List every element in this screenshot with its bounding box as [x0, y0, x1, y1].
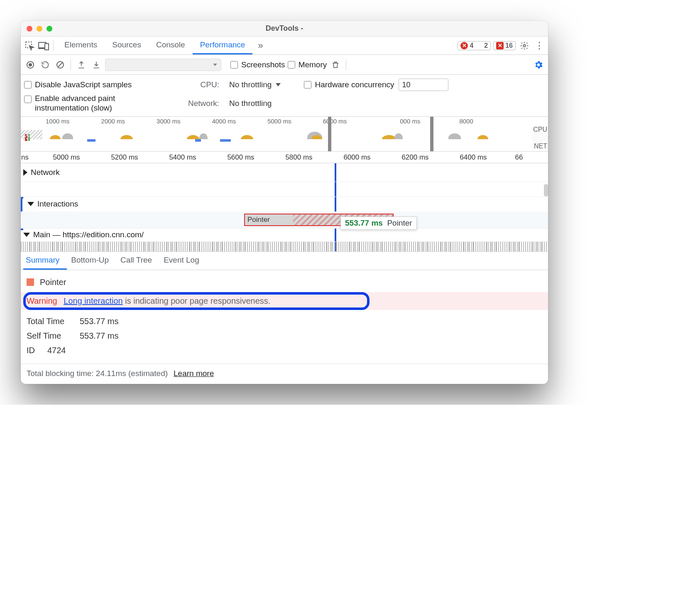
clear-icon[interactable]	[54, 57, 66, 72]
ruler-tick: 6000 ms	[343, 153, 370, 162]
tooltip-label: Pointer	[387, 219, 412, 227]
overview-hatch	[21, 130, 42, 139]
tab-elements[interactable]: Elements	[57, 37, 105, 54]
tab-sources[interactable]: Sources	[105, 37, 149, 54]
disclosure-down-icon[interactable]	[23, 233, 30, 237]
screenshots-label: Screenshots	[241, 60, 285, 69]
track-main[interactable]: Main — https://edition.cnn.com/	[21, 228, 548, 241]
learn-more-link[interactable]: Learn more	[174, 369, 214, 378]
overview-mini	[21, 125, 534, 142]
ruler-tick: 6400 ms	[460, 153, 487, 162]
tbt-text: Total blocking time: 24.11ms (estimated)	[27, 369, 168, 378]
reload-record-icon[interactable]	[39, 57, 51, 72]
track-main-label: Main — https://edition.cnn.com/	[33, 230, 144, 239]
disable-js-samples-checkbox[interactable]: Disable JavaScript samples	[24, 80, 132, 89]
timeline-overview[interactable]: 1000 ms 2000 ms 3000 ms 4000 ms 5000 ms …	[21, 117, 548, 152]
disclosure-down-icon[interactable]	[27, 202, 34, 206]
separator	[346, 59, 346, 70]
screenshots-checkbox[interactable]: Screenshots	[230, 60, 285, 69]
memory-label: Memory	[299, 60, 327, 69]
network-throttling-select[interactable]: No throttling	[227, 98, 274, 109]
overview-ticks: 1000 ms 2000 ms 3000 ms 4000 ms 5000 ms …	[21, 117, 548, 125]
ruler-tick: ns	[21, 153, 29, 162]
event-swatch-icon	[27, 278, 34, 286]
hardware-concurrency-checkbox[interactable]: Hardware concurrency	[304, 80, 394, 89]
more-options-icon[interactable]: ⋮	[533, 38, 546, 53]
tick: 6000 ms	[323, 118, 347, 125]
inspect-element-icon[interactable]	[23, 38, 36, 53]
chevron-down-icon	[276, 83, 281, 86]
network-label: Network:	[182, 99, 219, 108]
tab-console[interactable]: Console	[149, 37, 193, 54]
main-flamechart[interactable]	[21, 241, 548, 251]
track-network[interactable]: Network	[21, 163, 548, 182]
tab-bottom-up[interactable]: Bottom-Up	[67, 252, 116, 270]
memory-checkbox[interactable]: Memory	[288, 60, 327, 69]
overview-window-handle-left[interactable]	[328, 117, 331, 151]
recording-selector[interactable]	[105, 59, 221, 71]
download-icon[interactable]	[90, 57, 103, 72]
disclosure-right-icon[interactable]	[23, 169, 27, 176]
ruler-tick: 5800 ms	[285, 153, 312, 162]
console-status-badge-a[interactable]: ✕ 4 ▲ 2	[458, 41, 491, 50]
overview-net	[220, 139, 231, 142]
hc-checkbox-input[interactable]	[304, 81, 311, 89]
issues-count: 16	[505, 42, 513, 49]
summary-footer: Total blocking time: 24.11ms (estimated)…	[21, 364, 548, 384]
console-status-badge-b[interactable]: ✕ 16	[493, 41, 516, 50]
track-interactions[interactable]: Interactions	[21, 197, 548, 211]
overview-cpu-label: CPU	[533, 126, 547, 133]
tab-summary[interactable]: Summary	[23, 252, 67, 270]
svg-line-7	[58, 63, 62, 67]
settings-icon[interactable]	[518, 38, 531, 53]
ruler-tick: 5000 ms	[53, 153, 80, 162]
panel-tabs-row: Elements Sources Console Performance » ✕…	[21, 37, 548, 55]
id-value: 4724	[47, 346, 66, 355]
ruler-tick: 5600 ms	[227, 153, 254, 162]
trash-icon[interactable]	[329, 57, 342, 72]
summary-warning-label: Warning	[27, 296, 57, 305]
memory-checkbox-input[interactable]	[288, 61, 295, 69]
flame-bars	[21, 242, 548, 251]
tab-performance[interactable]: Performance	[193, 37, 253, 54]
error-count: 4	[470, 42, 473, 49]
cpu-throttling-select[interactable]: No throttling	[227, 79, 283, 90]
tick: 8000	[459, 118, 473, 125]
more-tabs-icon[interactable]: »	[254, 38, 267, 53]
upload-icon[interactable]	[75, 57, 88, 72]
summary-warning-row: Warning Long interaction is indicating p…	[21, 292, 548, 310]
device-toolbar-icon[interactable]	[37, 38, 50, 53]
summary-id: ID 4724	[27, 343, 542, 358]
cpu-label: CPU:	[182, 80, 219, 89]
record-icon[interactable]	[24, 57, 37, 72]
total-time-label: Total Time	[27, 317, 72, 326]
paint-checkbox-input[interactable]	[24, 96, 32, 103]
tab-call-tree[interactable]: Call Tree	[116, 252, 159, 270]
panel-tabs: Elements Sources Console Performance	[57, 37, 252, 54]
screenshots-checkbox-input[interactable]	[230, 61, 238, 69]
long-interaction-link[interactable]: Long interaction	[64, 296, 122, 305]
overview-window-handle-right[interactable]	[430, 117, 433, 151]
timeline-ruler[interactable]: ns 5000 ms 5200 ms 5400 ms 5600 ms 5800 …	[21, 152, 548, 163]
interaction-event-label: Pointer	[247, 216, 270, 224]
capture-settings-icon[interactable]	[532, 57, 545, 72]
tooltip-time: 553.77 ms	[345, 219, 383, 227]
hc-label: Hardware concurrency	[315, 80, 394, 89]
interactions-band[interactable]: Pointer	[21, 211, 548, 228]
summary-event-name: Pointer	[40, 278, 66, 287]
overview-net-label: NET	[533, 143, 547, 150]
cpu-value: No throttling	[229, 80, 272, 89]
summary-total-time: Total Time 553.77 ms	[27, 314, 542, 329]
issues-icon: ✕	[496, 42, 504, 49]
capture-settings: Disable JavaScript samples CPU: No throt…	[21, 75, 548, 117]
advanced-paint-checkbox[interactable]: Enable advanced paint instrumentation (s…	[24, 94, 159, 113]
self-time-value: 553.77 ms	[80, 331, 118, 341]
tick: 000 ms	[400, 118, 420, 125]
separator	[53, 40, 54, 51]
ruler-tick: 5400 ms	[169, 153, 196, 162]
ruler-tick: 6200 ms	[401, 153, 428, 162]
hardware-concurrency-input[interactable]	[399, 79, 448, 91]
tab-event-log[interactable]: Event Log	[159, 252, 207, 270]
tick: 1000 ms	[46, 118, 70, 125]
disable-js-checkbox-input[interactable]	[24, 81, 32, 89]
